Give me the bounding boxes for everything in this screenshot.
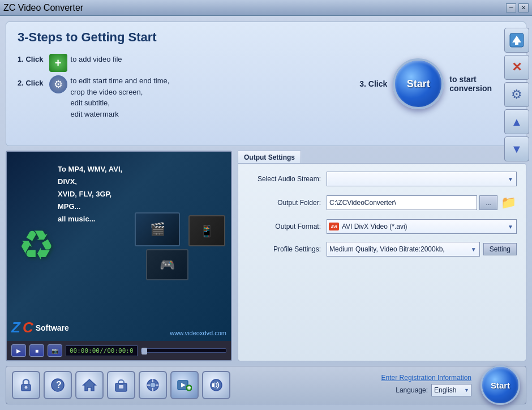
middle-section: ♻ To MP4, WMV, AVI, DIVX, XVID, FLV, 3GP… [6, 151, 526, 361]
svg-rect-2 [515, 42, 518, 45]
output-folder-label: Output Folder: [247, 199, 321, 207]
help-icon-button[interactable]: ? [44, 371, 72, 399]
lock-icon-button[interactable] [12, 371, 40, 399]
profile-select[interactable]: Medium Quality, Video Bitrate:2000kb, Hi… [327, 242, 480, 257]
settings-panel: Output Settings Select Audio Stream: [238, 151, 526, 361]
preview-devices: 🎬 📱 🎮 [129, 152, 231, 341]
delete-icon-button[interactable]: ✕ [504, 55, 529, 80]
minimize-button[interactable]: ─ [506, 3, 516, 12]
setting-button[interactable]: Setting [483, 243, 517, 255]
preview-content: ♻ To MP4, WMV, AVI, DIVX, XVID, FLV, 3GP… [7, 152, 231, 341]
step2-row: 2. Click ⚙ to edit start time and end ti… [18, 75, 337, 119]
language-label: Language: [396, 386, 428, 394]
titlebar: ZC Video Converter ─ ✕ [0, 0, 532, 16]
browse-button[interactable]: ... [479, 195, 497, 210]
home-icon-button[interactable] [75, 371, 104, 399]
audio-stream-label: Select Audio Stream: [247, 175, 321, 183]
svg-point-12 [150, 382, 156, 388]
close-button[interactable]: ✕ [518, 3, 529, 12]
step3-click: 3. Click [359, 79, 387, 88]
zc-software-text: Software [36, 323, 69, 332]
stop-button[interactable]: ■ [29, 344, 44, 357]
move-down-icon-button[interactable]: ▼ [504, 136, 529, 161]
audio-stream-control [327, 172, 517, 186]
controls-bar: ▶ ■ 📷 00:00:00//00:00:0 [7, 341, 231, 360]
zc-c-letter: C [23, 319, 33, 336]
profile-settings-row: Profile Settings: Medium Quality, Video … [247, 242, 517, 257]
start-button-main[interactable]: Start [393, 58, 444, 109]
step1-text: to add video file [71, 54, 337, 65]
step1-icon [49, 54, 67, 72]
instruction-left: 3-Steps to Getting Start 1. Click to add… [18, 30, 337, 138]
edit-settings-icon[interactable]: ⚙ [49, 75, 67, 93]
output-format-select[interactable]: AVI DivX Video (*.avi) MP4 Video (*.mp4)… [327, 219, 517, 234]
output-format-control: AVI DivX Video (*.avi) MP4 Video (*.mp4)… [327, 219, 517, 234]
output-folder-control: ... 📁 [327, 194, 517, 211]
preview-formats-text: To MP4, WMV, AVI, DIVX, XVID, FLV, 3GP, … [58, 163, 129, 225]
profile-settings-control: Medium Quality, Video Bitrate:2000kb, Hi… [327, 242, 517, 257]
registration-link[interactable]: Enter Registration Information [381, 374, 471, 382]
audio-stream-select[interactable] [327, 172, 517, 186]
settings-icon-button[interactable]: ⚙ [504, 82, 529, 107]
add-icon-button[interactable] [504, 28, 529, 53]
instruction-panel: 3-Steps to Getting Start 1. Click to add… [6, 22, 526, 146]
bottom-bar: ? [6, 366, 526, 404]
add-video-icon[interactable] [49, 54, 67, 72]
settings-body: Select Audio Stream: Output Folder: [238, 163, 526, 361]
output-settings-tab[interactable]: Output Settings [238, 151, 301, 164]
output-folder-row: Output Folder: ... 📁 [247, 194, 517, 211]
tools-icon-button[interactable] [139, 371, 167, 399]
shop-icon-button[interactable] [107, 371, 135, 399]
svg-rect-10 [119, 385, 123, 388]
step2-icon: ⚙ [49, 75, 67, 93]
svg-text:♻: ♻ [18, 223, 55, 268]
preview-panel: ♻ To MP4, WMV, AVI, DIVX, XVID, FLV, 3GP… [6, 151, 232, 361]
step2-num: 2. Click [18, 78, 44, 89]
snapshot-button[interactable]: 📷 [48, 344, 62, 357]
play-button[interactable]: ▶ [11, 344, 26, 357]
svg-marker-8 [83, 379, 96, 391]
profile-settings-label: Profile Settings: [247, 245, 321, 253]
audio-icon-button[interactable] [202, 371, 230, 399]
timecode: 00:00:00//00:00:0 [66, 345, 138, 356]
bottom-right: Enter Registration Information Language:… [381, 365, 520, 405]
step3-row: 3. Click Start to start conversion [359, 58, 492, 109]
start-button-bottom[interactable]: Start [480, 365, 520, 405]
window-title: ZC Video Converter [3, 3, 83, 13]
step1-num: 1. Click [18, 54, 44, 65]
main-content: 3-Steps to Getting Start 1. Click to add… [0, 16, 532, 410]
audio-stream-row: Select Audio Stream: [247, 172, 517, 186]
video-add-icon-button[interactable] [170, 371, 199, 399]
step3-text: to start conversion [449, 75, 492, 93]
instruction-right: 3. Click Start to start conversion [337, 30, 514, 138]
preview-website: www.videoxdvd.com [170, 330, 226, 336]
language-select-wrapper: English Chinese French German [431, 384, 471, 396]
zc-z-letter: Z [11, 319, 20, 336]
open-folder-button[interactable]: 📁 [500, 194, 517, 211]
output-folder-input[interactable] [327, 195, 477, 210]
zc-brand: Z C Software [11, 319, 69, 336]
output-format-row: Output Format: AVI DivX Video (*.avi) MP… [247, 219, 517, 234]
step1-row: 1. Click to add video file [18, 54, 337, 72]
right-icon-panel: ✕ ⚙ ▲ ▼ [504, 28, 529, 161]
move-up-icon-button[interactable]: ▲ [504, 109, 529, 134]
output-format-label: Output Format: [247, 223, 321, 230]
language-row: Language: English Chinese French German [396, 384, 471, 396]
step2-text: to edit start time and end time, crop th… [71, 75, 337, 119]
instruction-title: 3-Steps to Getting Start [18, 30, 337, 45]
progress-bar[interactable] [141, 348, 226, 353]
svg-point-5 [25, 386, 28, 389]
svg-text:?: ? [56, 380, 62, 390]
language-select[interactable]: English Chinese French German [431, 384, 471, 396]
progress-thumb [141, 348, 147, 355]
titlebar-buttons: ─ ✕ [506, 3, 529, 12]
